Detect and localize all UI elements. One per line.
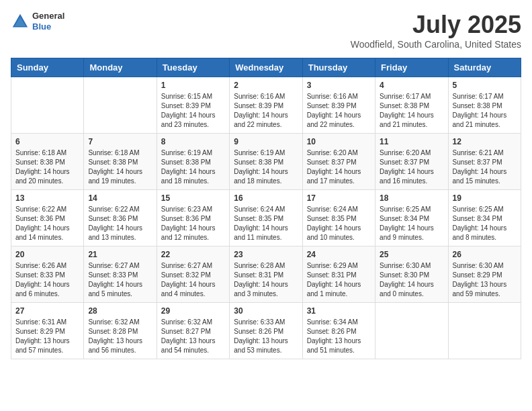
day-info: Sunrise: 6:29 AM Sunset: 8:31 PM Dayligh… [307, 261, 371, 299]
day-number: 23 [234, 250, 298, 259]
calendar-cell: 9Sunrise: 6:19 AM Sunset: 8:38 PM Daylig… [230, 134, 302, 190]
calendar-cell [448, 303, 521, 359]
calendar-cell: 19Sunrise: 6:25 AM Sunset: 8:34 PM Dayli… [448, 190, 521, 246]
calendar-body: 1Sunrise: 6:15 AM Sunset: 8:39 PM Daylig… [11, 77, 521, 359]
day-number: 16 [234, 193, 298, 203]
day-info: Sunrise: 6:31 AM Sunset: 8:29 PM Dayligh… [15, 318, 79, 355]
calendar-cell: 13Sunrise: 6:22 AM Sunset: 8:36 PM Dayli… [11, 190, 84, 246]
calendar-cell: 17Sunrise: 6:24 AM Sunset: 8:35 PM Dayli… [302, 190, 375, 246]
day-number: 18 [380, 193, 443, 203]
day-number: 17 [307, 193, 371, 203]
day-info: Sunrise: 6:21 AM Sunset: 8:37 PM Dayligh… [453, 148, 517, 186]
day-number: 20 [15, 250, 79, 259]
day-number: 26 [453, 250, 517, 259]
day-info: Sunrise: 6:34 AM Sunset: 8:26 PM Dayligh… [307, 318, 371, 355]
day-number: 3 [307, 81, 371, 90]
calendar-week-2: 6Sunrise: 6:18 AM Sunset: 8:38 PM Daylig… [11, 134, 521, 190]
calendar-cell: 30Sunrise: 6:33 AM Sunset: 8:26 PM Dayli… [230, 303, 302, 359]
calendar-cell: 15Sunrise: 6:23 AM Sunset: 8:36 PM Dayli… [157, 190, 229, 246]
calendar-cell: 3Sunrise: 6:16 AM Sunset: 8:39 PM Daylig… [302, 77, 375, 134]
day-info: Sunrise: 6:15 AM Sunset: 8:39 PM Dayligh… [161, 92, 225, 130]
day-number: 25 [380, 250, 443, 259]
calendar-cell: 20Sunrise: 6:26 AM Sunset: 8:33 PM Dayli… [11, 246, 84, 303]
day-info: Sunrise: 6:23 AM Sunset: 8:36 PM Dayligh… [161, 205, 225, 242]
calendar-cell: 27Sunrise: 6:31 AM Sunset: 8:29 PM Dayli… [11, 303, 84, 359]
calendar-cell: 10Sunrise: 6:20 AM Sunset: 8:37 PM Dayli… [302, 134, 375, 190]
day-number: 6 [15, 137, 79, 146]
calendar-cell: 5Sunrise: 6:17 AM Sunset: 8:38 PM Daylig… [448, 77, 521, 134]
day-info: Sunrise: 6:20 AM Sunset: 8:37 PM Dayligh… [307, 148, 371, 186]
day-number: 11 [380, 137, 443, 146]
day-number: 27 [15, 306, 79, 316]
day-info: Sunrise: 6:22 AM Sunset: 8:36 PM Dayligh… [88, 205, 152, 242]
day-number: 1 [161, 81, 225, 90]
calendar-cell [375, 303, 448, 359]
calendar-cell: 12Sunrise: 6:21 AM Sunset: 8:37 PM Dayli… [448, 134, 521, 190]
month-title: July 2025 [351, 11, 521, 39]
day-number: 13 [15, 193, 79, 203]
col-saturday: Saturday [448, 58, 521, 77]
logo-general-text: General [32, 11, 64, 21]
day-number: 5 [453, 81, 517, 90]
day-info: Sunrise: 6:17 AM Sunset: 8:38 PM Dayligh… [380, 92, 443, 130]
col-thursday: Thursday [302, 58, 375, 77]
calendar-cell: 22Sunrise: 6:27 AM Sunset: 8:32 PM Dayli… [157, 246, 229, 303]
day-number: 21 [88, 250, 152, 259]
calendar-cell: 26Sunrise: 6:30 AM Sunset: 8:29 PM Dayli… [448, 246, 521, 303]
day-info: Sunrise: 6:18 AM Sunset: 8:38 PM Dayligh… [15, 148, 79, 186]
day-info: Sunrise: 6:20 AM Sunset: 8:37 PM Dayligh… [380, 148, 443, 186]
day-number: 2 [234, 81, 298, 90]
calendar-week-3: 13Sunrise: 6:22 AM Sunset: 8:36 PM Dayli… [11, 190, 521, 246]
day-info: Sunrise: 6:30 AM Sunset: 8:29 PM Dayligh… [453, 261, 517, 299]
calendar-cell: 6Sunrise: 6:18 AM Sunset: 8:38 PM Daylig… [11, 134, 84, 190]
day-number: 9 [234, 137, 298, 146]
col-sunday: Sunday [11, 58, 84, 77]
calendar-cell: 29Sunrise: 6:32 AM Sunset: 8:27 PM Dayli… [157, 303, 229, 359]
day-info: Sunrise: 6:17 AM Sunset: 8:38 PM Dayligh… [453, 92, 517, 130]
logo: General Blue [11, 11, 64, 32]
day-number: 30 [234, 306, 298, 316]
day-number: 28 [88, 306, 152, 316]
day-info: Sunrise: 6:22 AM Sunset: 8:36 PM Dayligh… [15, 205, 79, 242]
day-info: Sunrise: 6:19 AM Sunset: 8:38 PM Dayligh… [234, 148, 298, 186]
day-info: Sunrise: 6:32 AM Sunset: 8:28 PM Dayligh… [88, 318, 152, 355]
calendar-cell [11, 77, 84, 134]
calendar-cell: 14Sunrise: 6:22 AM Sunset: 8:36 PM Dayli… [84, 190, 157, 246]
day-info: Sunrise: 6:32 AM Sunset: 8:27 PM Dayligh… [161, 318, 225, 355]
day-info: Sunrise: 6:16 AM Sunset: 8:39 PM Dayligh… [307, 92, 371, 130]
logo-text: General Blue [32, 11, 64, 32]
day-number: 7 [88, 137, 152, 146]
day-info: Sunrise: 6:28 AM Sunset: 8:31 PM Dayligh… [234, 261, 298, 299]
calendar-cell: 25Sunrise: 6:30 AM Sunset: 8:30 PM Dayli… [375, 246, 448, 303]
day-number: 15 [161, 193, 225, 203]
day-number: 4 [380, 81, 443, 90]
day-number: 14 [88, 193, 152, 203]
calendar-cell: 4Sunrise: 6:17 AM Sunset: 8:38 PM Daylig… [375, 77, 448, 134]
day-number: 22 [161, 250, 225, 259]
col-tuesday: Tuesday [157, 58, 229, 77]
calendar-cell: 1Sunrise: 6:15 AM Sunset: 8:39 PM Daylig… [157, 77, 229, 134]
calendar-cell: 16Sunrise: 6:24 AM Sunset: 8:35 PM Dayli… [230, 190, 302, 246]
day-info: Sunrise: 6:19 AM Sunset: 8:38 PM Dayligh… [161, 148, 225, 186]
day-info: Sunrise: 6:18 AM Sunset: 8:38 PM Dayligh… [88, 148, 152, 186]
day-number: 8 [161, 137, 225, 146]
col-wednesday: Wednesday [230, 58, 302, 77]
day-number: 19 [453, 193, 517, 203]
day-info: Sunrise: 6:16 AM Sunset: 8:39 PM Dayligh… [234, 92, 298, 130]
calendar-cell: 21Sunrise: 6:27 AM Sunset: 8:33 PM Dayli… [84, 246, 157, 303]
calendar-cell [84, 77, 157, 134]
calendar-cell: 2Sunrise: 6:16 AM Sunset: 8:39 PM Daylig… [230, 77, 302, 134]
calendar-cell: 23Sunrise: 6:28 AM Sunset: 8:31 PM Dayli… [230, 246, 302, 303]
day-number: 12 [453, 137, 517, 146]
calendar-week-1: 1Sunrise: 6:15 AM Sunset: 8:39 PM Daylig… [11, 77, 521, 134]
day-number: 24 [307, 250, 371, 259]
logo-icon [11, 12, 30, 31]
day-info: Sunrise: 6:30 AM Sunset: 8:30 PM Dayligh… [380, 261, 443, 299]
calendar-cell: 7Sunrise: 6:18 AM Sunset: 8:38 PM Daylig… [84, 134, 157, 190]
header-row: Sunday Monday Tuesday Wednesday Thursday… [11, 58, 521, 77]
day-info: Sunrise: 6:27 AM Sunset: 8:32 PM Dayligh… [161, 261, 225, 299]
location-subtitle: Woodfield, South Carolina, United States [351, 39, 521, 50]
calendar-cell: 28Sunrise: 6:32 AM Sunset: 8:28 PM Dayli… [84, 303, 157, 359]
col-friday: Friday [375, 58, 448, 77]
col-monday: Monday [84, 58, 157, 77]
